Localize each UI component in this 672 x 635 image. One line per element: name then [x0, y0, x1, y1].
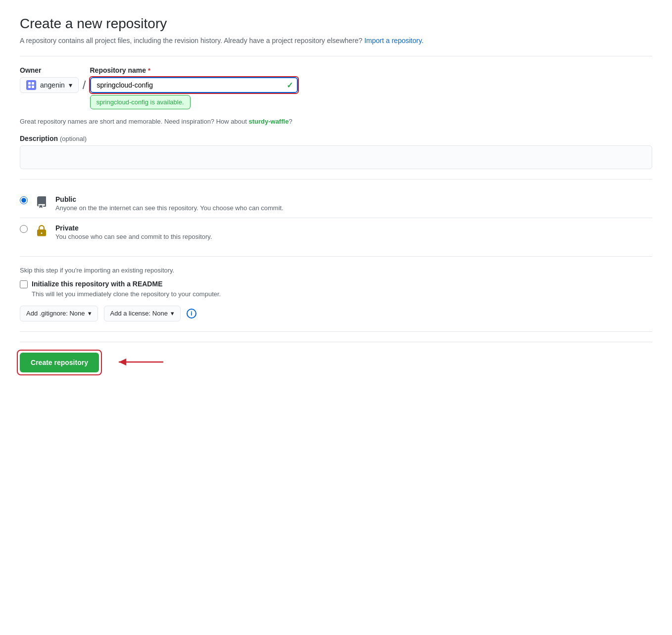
- header-divider: [20, 56, 652, 56]
- public-radio[interactable]: [20, 196, 28, 204]
- description-input[interactable]: [20, 145, 652, 169]
- repo-name-label: Repository name *: [90, 66, 298, 74]
- repo-name-input-wrapper: ✓ springcloud-config is available.: [90, 77, 298, 93]
- skip-text: Skip this step if you're importing an ex…: [20, 267, 652, 274]
- readme-checkbox-row: Initialize this repository with a README: [20, 280, 652, 288]
- arrow-container: [109, 352, 168, 373]
- gitignore-arrow-icon: ▾: [88, 310, 92, 317]
- owner-field-group: Owner angenin ▾: [20, 66, 79, 93]
- description-section: Description (optional): [20, 135, 652, 169]
- init-divider: [20, 331, 652, 332]
- private-option[interactable]: Private You choose who can see and commi…: [20, 218, 652, 246]
- import-link[interactable]: Import a repository.: [364, 37, 424, 45]
- separator: /: [83, 78, 86, 93]
- page-subtitle: A repository contains all project files,…: [20, 36, 652, 46]
- readme-description: This will let you immediately clone the …: [32, 290, 652, 298]
- public-text: Public Anyone on the the internet can se…: [55, 195, 284, 212]
- svg-marker-1: [119, 359, 126, 365]
- description-label: Description (optional): [20, 135, 652, 142]
- optional-label: (optional): [60, 135, 87, 142]
- hint-text: Great repository names are short and mem…: [20, 117, 652, 127]
- checkmark-icon: ✓: [287, 81, 293, 90]
- visibility-divider: [20, 256, 652, 257]
- public-option[interactable]: Public Anyone on the the internet can se…: [20, 189, 652, 218]
- info-icon[interactable]: i: [187, 309, 196, 318]
- init-section: Skip this step if you're importing an ex…: [20, 267, 652, 321]
- gitignore-dropdown[interactable]: Add .gitignore: None ▾: [20, 306, 98, 321]
- owner-repo-section: Owner angenin ▾ / Repository name: [20, 66, 652, 127]
- private-radio[interactable]: [20, 225, 28, 233]
- owner-dropdown-arrow: ▾: [69, 81, 72, 89]
- create-repository-button[interactable]: Create repository: [20, 353, 99, 372]
- owner-name: angenin: [40, 81, 65, 89]
- readme-checkbox[interactable]: [20, 280, 28, 288]
- license-arrow-icon: ▾: [171, 310, 174, 317]
- readme-label: Initialize this repository with a README: [32, 280, 162, 288]
- public-icon: [34, 194, 49, 210]
- owner-select[interactable]: angenin ▾: [20, 77, 79, 93]
- private-icon: [34, 223, 49, 239]
- page-title: Create a new repository: [20, 16, 652, 32]
- repo-name-field-group: Repository name * ✓ springcloud-config i…: [90, 66, 298, 93]
- visibility-section: Public Anyone on the the internet can se…: [20, 189, 652, 246]
- license-dropdown[interactable]: Add a license: None ▾: [104, 306, 181, 321]
- repo-name-input[interactable]: [90, 77, 298, 93]
- required-star: *: [148, 67, 150, 74]
- owner-label: Owner: [20, 66, 79, 74]
- availability-tooltip: springcloud-config is available.: [90, 95, 191, 109]
- private-text: Private You choose who can see and commi…: [55, 224, 212, 240]
- create-btn-section: Create repository: [20, 342, 652, 373]
- name-suggestion: sturdy-waffle: [248, 118, 288, 125]
- owner-avatar: [26, 80, 36, 90]
- description-divider: [20, 179, 652, 180]
- dropdown-row: Add .gitignore: None ▾ Add a license: No…: [20, 306, 652, 321]
- arrow-indicator: [109, 352, 168, 372]
